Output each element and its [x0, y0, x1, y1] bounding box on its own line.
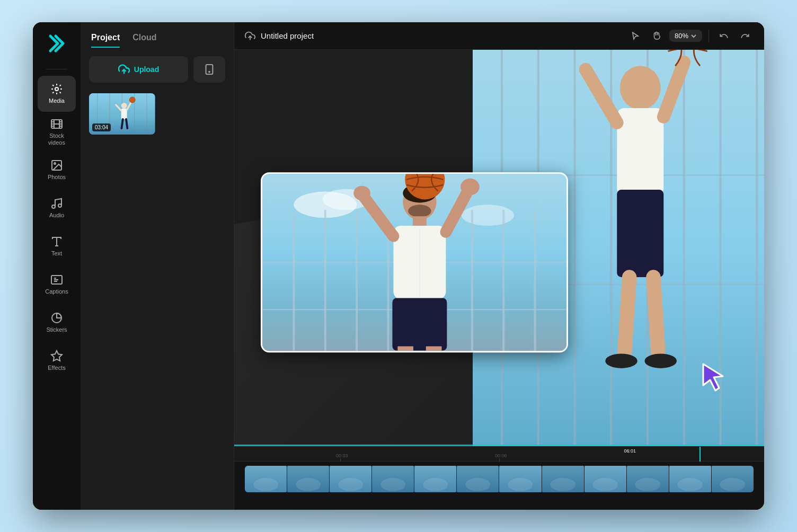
svg-point-63	[408, 205, 431, 217]
svg-point-37	[620, 66, 661, 110]
sidebar-item-audio[interactable]: Audio	[38, 190, 76, 226]
media-panel-buttons: Upload	[81, 48, 234, 89]
sidebar-item-captions-label: Captions	[45, 288, 68, 295]
media-grid: 03:04	[81, 89, 234, 139]
sidebar-item-stickers-label: Stickers	[46, 326, 67, 333]
sidebar-item-media-label: Media	[49, 97, 65, 104]
cursor-arrow	[701, 361, 732, 393]
svg-line-44	[653, 277, 659, 357]
tab-project[interactable]: Project	[91, 33, 120, 48]
svg-point-68	[353, 186, 370, 201]
media-thumbnail-video[interactable]: 03:04	[89, 93, 155, 135]
svg-point-0	[55, 87, 58, 91]
media-panel: Project Cloud Upload	[81, 22, 234, 510]
hand-icon	[652, 31, 661, 41]
sidebar-item-photos-label: Photos	[48, 174, 66, 181]
playhead-time: 06:01	[622, 448, 638, 454]
ruler-label-3s: 00:03	[336, 453, 348, 458]
track-frame-9	[585, 466, 626, 492]
main-window: Media Stockvideos Photos	[33, 22, 764, 510]
timeline-ruler: 00:03 00:06 06:01	[234, 447, 764, 462]
top-bar-right: 80%	[627, 28, 754, 45]
redo-icon	[740, 31, 750, 41]
track-frame-2	[287, 466, 329, 492]
track-frame-11	[669, 466, 711, 492]
svg-point-45	[605, 353, 637, 368]
track-frame-8	[542, 466, 584, 492]
svg-point-50	[462, 205, 514, 226]
playhead[interactable]: 06:01	[699, 447, 701, 462]
track-frame-6	[457, 466, 499, 492]
video-track[interactable]	[245, 466, 754, 492]
undo-button[interactable]	[715, 28, 732, 45]
track-frame-4	[372, 466, 414, 492]
cursor-tool-button[interactable]	[627, 28, 644, 45]
sidebar-item-captions[interactable]: Captions	[38, 267, 76, 303]
stock-videos-icon	[50, 118, 63, 130]
media-icon	[50, 83, 63, 95]
svg-point-46	[645, 353, 677, 368]
project-title-area: Untitled project	[245, 31, 314, 41]
svg-point-4	[52, 205, 55, 208]
svg-rect-10	[206, 65, 213, 74]
svg-line-23	[121, 119, 122, 128]
svg-point-5	[58, 204, 61, 207]
content-area: Untitled project 80%	[234, 22, 764, 510]
svg-rect-64	[413, 216, 427, 227]
sidebar-item-stock-videos[interactable]: Stockvideos	[38, 114, 76, 150]
project-title: Untitled project	[261, 31, 314, 40]
sidebar-item-effects[interactable]: Effects	[38, 343, 76, 379]
timeline-area: 00:03 00:06 06:01	[234, 446, 764, 510]
top-bar: Untitled project 80%	[234, 22, 764, 50]
upload-cloud-icon	[118, 64, 130, 75]
ruler-tick-6s	[499, 458, 500, 462]
svg-rect-74	[426, 347, 442, 351]
ruler-label-6s: 00:06	[495, 453, 507, 458]
ruler-container: 00:03 00:06 06:01	[234, 447, 764, 462]
media-panel-tabs: Project Cloud	[81, 22, 234, 48]
canvas-area[interactable]	[234, 50, 764, 446]
stickers-icon	[50, 312, 63, 324]
track-frame-3	[330, 466, 371, 492]
captions-icon	[50, 273, 63, 286]
sidebar-item-photos[interactable]: Photos	[38, 152, 76, 188]
svg-rect-38	[617, 108, 663, 196]
fg-video-content	[262, 174, 566, 351]
svg-point-22	[129, 97, 135, 103]
sidebar-divider	[46, 69, 67, 69]
tab-cloud[interactable]: Cloud	[132, 33, 156, 48]
track-frame-7	[499, 466, 541, 492]
track-frame-1	[245, 466, 287, 492]
upload-button[interactable]: Upload	[89, 56, 188, 83]
save-cloud-icon	[245, 31, 255, 41]
track-frame-12	[712, 466, 754, 492]
foreground-video[interactable]	[261, 172, 568, 352]
sidebar-item-stock-videos-label: Stockvideos	[48, 132, 65, 146]
chevron-down-icon	[690, 33, 697, 39]
svg-point-11	[209, 72, 210, 73]
track-frame-5	[414, 466, 456, 492]
svg-rect-42	[617, 190, 663, 277]
svg-rect-72	[392, 298, 447, 350]
app-logo[interactable]	[44, 31, 69, 56]
zoom-level: 80%	[675, 32, 688, 40]
sidebar-item-media[interactable]: Media	[38, 76, 76, 112]
sidebar-item-text[interactable]: Text	[38, 228, 76, 264]
sidebar-item-text-label: Text	[51, 250, 62, 257]
video-duration-badge: 03:04	[92, 123, 111, 131]
topbar-divider	[709, 30, 709, 42]
svg-line-24	[126, 119, 127, 128]
audio-icon	[50, 197, 63, 210]
svg-marker-8	[51, 351, 62, 361]
effects-icon	[50, 350, 63, 362]
svg-rect-73	[397, 347, 413, 351]
redo-button[interactable]	[737, 28, 754, 45]
svg-marker-75	[703, 364, 723, 391]
mobile-import-button[interactable]	[193, 56, 225, 83]
sidebar-item-stickers[interactable]: Stickers	[38, 305, 76, 341]
sidebar: Media Stockvideos Photos	[33, 22, 81, 510]
svg-point-3	[54, 163, 56, 164]
zoom-control[interactable]: 80%	[669, 30, 702, 42]
svg-line-43	[624, 277, 630, 357]
hand-tool-button[interactable]	[648, 28, 665, 45]
